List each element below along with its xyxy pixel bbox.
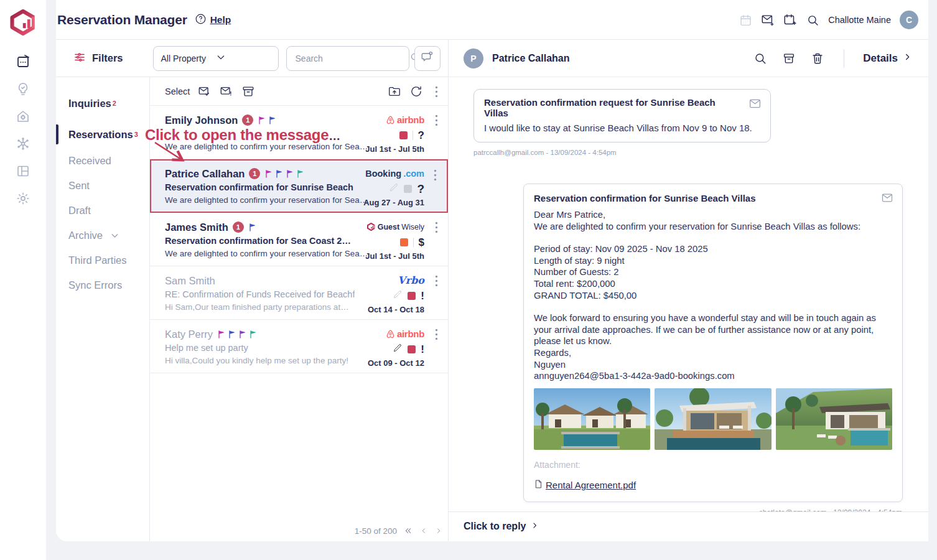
nav-item-received[interactable]: Received [56,148,149,173]
status-exclaim-glyph: ! [421,344,424,355]
row-menu-icon[interactable] [431,113,442,127]
feedback-flag-button[interactable] [414,46,441,71]
status-exclaim-glyph: ! [421,291,424,301]
new-booking-icon[interactable] [783,13,797,27]
sidebar-property-icon[interactable] [15,108,31,124]
nav-item-inquiries[interactable]: Inquiries2 [56,91,149,116]
property-select[interactable]: All Property [153,46,279,71]
divider [844,49,844,68]
sidebar-calendar-icon[interactable] [15,54,31,70]
sender-name: Emily Johnson [165,114,238,126]
details-link[interactable]: Details [863,52,912,65]
attachment-file-name[interactable]: Rental Agreement.pdf [546,480,636,490]
details-label: Details [863,52,898,65]
message-row-james-smith[interactable]: James Smith 1 Reservation confirmation f… [150,213,448,266]
sidebar-idea-icon[interactable] [15,81,31,97]
nav-item-third-parties[interactable]: Third Parties [56,248,149,273]
new-email-icon[interactable] [761,13,775,27]
help-link[interactable]: Help [195,13,231,27]
filters-label: Filters [92,52,123,64]
stay-dates: Oct 09 - Oct 12 [351,358,424,368]
row-menu-icon[interactable] [429,168,441,182]
message-row-katy-perry[interactable]: Katy Perry Help me set up party Hi villa… [150,320,448,373]
row-menu-icon[interactable] [431,327,442,341]
nav-item-sent[interactable]: Sent [56,173,149,198]
list-toolbar: Select [150,77,448,106]
main-container: Reservation Manager Help [56,0,928,541]
delete-conversation-icon[interactable] [810,51,825,66]
mark-unread-icon[interactable] [220,85,233,98]
envelope-icon [748,97,762,113]
message-row-patrice-callahan[interactable]: Patrice Callahan 1 Reservation confirmat… [150,159,448,213]
nav-item-draft[interactable]: Draft [56,198,149,223]
status-dollar-glyph: $ [419,237,424,248]
left-pane: Filters All Property [56,40,448,541]
mark-read-icon[interactable] [198,85,212,98]
reservation-manager-app: Reservation Manager Help [0,0,937,560]
sender-name: Katy Perry [165,329,213,340]
flag-icon [275,169,284,179]
filters-sliders-icon [73,51,86,66]
request-body: I would like to stay at Sunrise Beach Vi… [484,123,760,133]
attachment-link[interactable]: Rental Agreement.pdf [534,479,892,492]
select-all-control[interactable]: Select [165,86,190,96]
sync-icon[interactable] [409,85,423,98]
move-to-folder-icon[interactable] [388,85,401,98]
filters-button[interactable]: Filters [73,51,123,66]
villa-photo-2[interactable] [655,388,771,450]
nav-item-archive[interactable]: Archive [56,223,149,248]
conversation-body: Reservation confirmation request for Sun… [449,77,928,511]
message-preview: We are delighted to confirm your reserva… [165,142,355,151]
nav-item-sync-errors[interactable]: Sync Errors [56,273,149,297]
global-search-icon[interactable] [806,13,819,27]
nav-item-reservations[interactable]: Reservations3 [56,122,149,147]
flag-icon [268,115,277,125]
search-input[interactable] [294,53,409,64]
villa-photo-1[interactable] [534,388,650,450]
prev-page-icon[interactable] [419,526,428,535]
archive-conversation-icon[interactable] [781,51,796,66]
comment-flag-icon [421,50,434,67]
active-indicator [56,124,58,144]
villa-photo-3[interactable] [776,388,892,450]
next-page-icon[interactable] [434,526,443,535]
chevron-right-icon [903,52,912,64]
request-subject: Reservation confirmation request for Sun… [484,97,760,118]
status-square-red [408,345,416,353]
message-flags [258,115,277,125]
first-page-icon[interactable] [403,526,413,536]
sidebar-layout-icon[interactable] [15,163,31,179]
pencil-icon [393,289,403,302]
attachment-label: Attachment: [534,460,892,470]
user-avatar[interactable]: C [900,11,918,29]
toolbar-menu-icon[interactable] [431,85,442,98]
reservations-count-badge: 3 [134,131,138,138]
message-flags [264,169,305,179]
brand-logo[interactable] [8,7,38,37]
row-menu-icon[interactable] [431,220,442,234]
folder-nav: Inquiries2 Reservations3 Received Sent D… [56,77,149,541]
chevron-down-icon [110,231,119,240]
click-to-reply[interactable]: Click to reply [449,512,928,532]
airbnb-belo-icon [386,329,395,338]
message-row-emily-johnson[interactable]: Emily Johnson 1 We are delighted to conf… [150,106,448,159]
pencil-icon [389,182,399,195]
conversation-search-icon[interactable] [753,51,768,66]
row-menu-icon[interactable] [431,274,442,287]
archive-messages-icon[interactable] [241,85,255,98]
flag-icon [238,329,248,339]
user-name[interactable]: Challotte Maine [828,15,891,25]
villa-photos [534,388,892,450]
status-square-red [408,292,416,300]
message-preview: We are delighted to confirm your reserva… [165,195,355,205]
sidebar-channels-icon[interactable] [15,136,31,152]
channel-logo-airbnb: airbnb [351,113,424,126]
sender-name: Patrice Callahan [165,168,245,180]
envelope-icon [881,192,893,207]
unread-count-badge: 1 [242,114,253,126]
sidebar-settings-icon[interactable] [15,190,31,207]
help-label[interactable]: Help [210,14,231,26]
calendar-icon[interactable] [739,13,752,27]
page-title: Reservation Manager [57,12,187,27]
message-row-sam-smith[interactable]: Sam Smith RE: Confirmation of Funds Rece… [150,266,448,320]
